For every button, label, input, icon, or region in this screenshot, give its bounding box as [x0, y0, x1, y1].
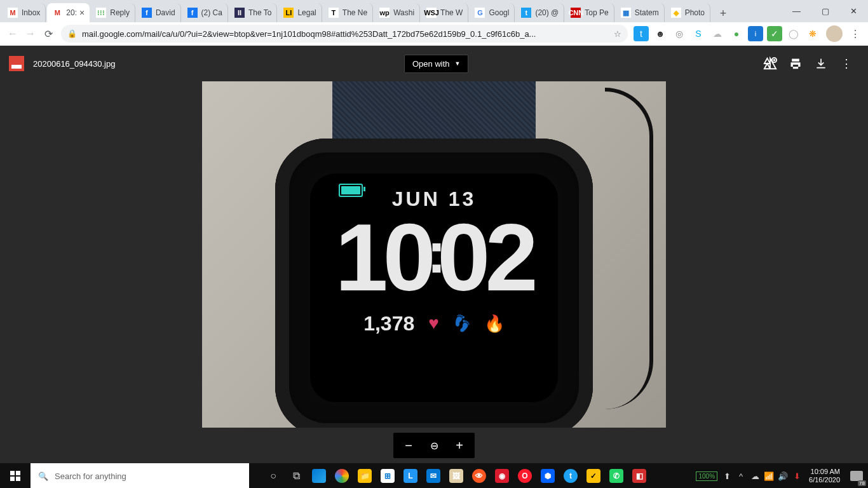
- tab-favicon: f: [187, 8, 198, 18]
- tab-label: Googl: [489, 8, 509, 17]
- extension-icon[interactable]: ✓: [767, 26, 782, 41]
- extension-icon[interactable]: ❋: [805, 26, 820, 41]
- watch-time: 10:02: [335, 212, 533, 303]
- taskbar-app[interactable]: ⬢: [536, 463, 559, 488]
- maximize-button[interactable]: ▢: [811, 0, 839, 22]
- taskbar-app[interactable]: ⊞: [376, 463, 399, 488]
- print-button[interactable]: [783, 51, 808, 76]
- nav-forward-button[interactable]: →: [22, 25, 39, 43]
- flame-icon: 🔥: [484, 314, 505, 334]
- tray-icon[interactable]: ☁: [748, 471, 762, 481]
- tab-favicon: t: [521, 8, 531, 18]
- extension-icon[interactable]: ◯: [786, 26, 801, 41]
- taskbar-app[interactable]: 📁: [353, 463, 376, 488]
- browser-tab-strip: MInboxM20:×⁝⁝⁝ReplyfDavidf(2) CaIIThe To…: [0, 0, 868, 22]
- nav-back-button[interactable]: ←: [4, 25, 22, 43]
- browser-tab[interactable]: t(20) @: [516, 3, 564, 22]
- browser-tab[interactable]: f(2) Ca: [182, 3, 228, 22]
- windows-taskbar: 🔍 Search for anything ○ ⧉ 📁 ⊞ L ✉ 🖼 👁 ◉ …: [0, 463, 868, 488]
- tray-icon[interactable]: ⬆: [720, 471, 734, 481]
- watch-stats-row: 1,378 ♥ 👣 🔥: [363, 312, 505, 336]
- browser-tab[interactable]: fDavid: [137, 3, 181, 22]
- start-button[interactable]: [0, 463, 31, 488]
- more-actions-button[interactable]: ⋮: [834, 51, 859, 76]
- browser-tab[interactable]: GGoogl: [470, 3, 515, 22]
- tab-favicon: CNN: [571, 8, 581, 18]
- taskbar-app[interactable]: ✉: [422, 463, 445, 488]
- browser-tab[interactable]: ⁝⁝⁝Reply: [91, 3, 135, 22]
- zoom-out-button[interactable]: −: [396, 433, 421, 458]
- browser-tab[interactable]: WSJThe W: [421, 3, 468, 22]
- chrome-menu-button[interactable]: ⋮: [846, 25, 864, 43]
- task-view-icon[interactable]: ⧉: [285, 463, 308, 488]
- browser-tab[interactable]: IIThe To: [229, 3, 277, 22]
- browser-tab[interactable]: ▦Statem: [616, 3, 665, 22]
- cortana-icon[interactable]: ○: [262, 463, 285, 488]
- tab-close-icon[interactable]: ×: [79, 8, 85, 17]
- taskbar-app[interactable]: ✓: [582, 463, 605, 488]
- filename-label: 20200616_094430.jpg: [33, 59, 115, 69]
- taskbar-clock[interactable]: 10:09 AM 6/16/2020: [804, 468, 845, 484]
- extension-icon[interactable]: ●: [729, 26, 744, 41]
- taskbar-app[interactable]: [308, 463, 330, 488]
- browser-tab[interactable]: TThe Ne: [323, 3, 373, 22]
- extension-icon[interactable]: t: [634, 26, 649, 41]
- window-close-button[interactable]: ✕: [839, 0, 868, 22]
- extension-icon[interactable]: S: [691, 26, 706, 41]
- action-center-button[interactable]: 78: [845, 463, 868, 488]
- bookmark-star-icon[interactable]: ☆: [614, 29, 621, 39]
- zoom-reset-button[interactable]: ⊖: [421, 433, 447, 458]
- zoom-in-button[interactable]: +: [447, 433, 472, 458]
- tray-up-arrow-icon[interactable]: ^: [734, 471, 748, 481]
- add-to-drive-button[interactable]: [757, 51, 783, 76]
- system-tray: 100% ⬆ ^ ☁ 📶 🔊 ⬇ 10:09 AM 6/16/2020 78: [693, 463, 868, 488]
- taskbar-app[interactable]: L: [399, 463, 422, 488]
- tab-favicon: ▦: [621, 8, 631, 18]
- extension-icon[interactable]: ☁: [710, 26, 725, 41]
- taskbar-search[interactable]: 🔍 Search for anything: [31, 463, 249, 488]
- profile-avatar[interactable]: [826, 25, 843, 42]
- browser-tab[interactable]: wpWashi: [374, 3, 420, 22]
- new-tab-button[interactable]: +: [714, 4, 732, 22]
- tab-favicon: f: [142, 8, 152, 18]
- taskbar-app[interactable]: ✆: [605, 463, 628, 488]
- tab-label: Inbox: [22, 8, 40, 17]
- footsteps-icon: 👣: [451, 313, 473, 335]
- browser-tab[interactable]: CNNTop Pe: [566, 3, 614, 22]
- browser-tab[interactable]: ◆Photo: [666, 3, 710, 22]
- minimize-button[interactable]: —: [782, 0, 811, 22]
- browser-tab[interactable]: M20:×: [47, 3, 90, 22]
- taskbar-app[interactable]: 🖼: [445, 463, 468, 488]
- tab-favicon: T: [329, 8, 339, 18]
- extension-icon[interactable]: ◎: [672, 26, 687, 41]
- taskbar-app[interactable]: 👁: [468, 463, 491, 488]
- reload-button[interactable]: ⟳: [39, 25, 57, 43]
- volume-icon[interactable]: 🔊: [776, 471, 790, 481]
- browser-tab[interactable]: MInbox: [3, 3, 46, 22]
- tab-favicon: M: [8, 8, 18, 18]
- battery-indicator[interactable]: 100%: [696, 471, 717, 481]
- extension-icon[interactable]: i: [748, 26, 763, 41]
- taskbar-app[interactable]: ◧: [628, 463, 651, 488]
- extension-icon[interactable]: ☻: [653, 26, 668, 41]
- step-count: 1,378: [363, 312, 414, 336]
- taskbar-app[interactable]: [330, 463, 353, 488]
- image-canvas[interactable]: JUN 13 10:02 1,378 ♥ 👣 🔥: [0, 81, 868, 463]
- taskbar-app[interactable]: t: [559, 463, 582, 488]
- taskbar-app[interactable]: ◉: [491, 463, 513, 488]
- browser-tab[interactable]: LILegal: [278, 3, 322, 22]
- window-controls: — ▢ ✕: [782, 0, 868, 22]
- open-with-button[interactable]: Open with ▼: [404, 55, 468, 73]
- tab-favicon: LI: [283, 8, 294, 18]
- download-button[interactable]: [808, 51, 834, 76]
- zoom-toolbar: − ⊖ +: [393, 433, 475, 458]
- viewer-toolbar: 20200616_094430.jpg Open with ▼ ⋮: [0, 46, 868, 81]
- wifi-icon[interactable]: 📶: [762, 471, 776, 481]
- tray-icon[interactable]: ⬇: [790, 471, 804, 481]
- address-bar[interactable]: 🔒 mail.google.com/mail/ca/u/0/?ui=2&view…: [61, 25, 628, 43]
- url-text: mail.google.com/mail/ca/u/0/?ui=2&view=b…: [82, 29, 609, 39]
- taskbar-app[interactable]: O: [513, 463, 536, 488]
- tab-label: The Ne: [342, 8, 367, 17]
- battery-icon: [339, 184, 363, 197]
- tab-favicon: wp: [379, 8, 390, 18]
